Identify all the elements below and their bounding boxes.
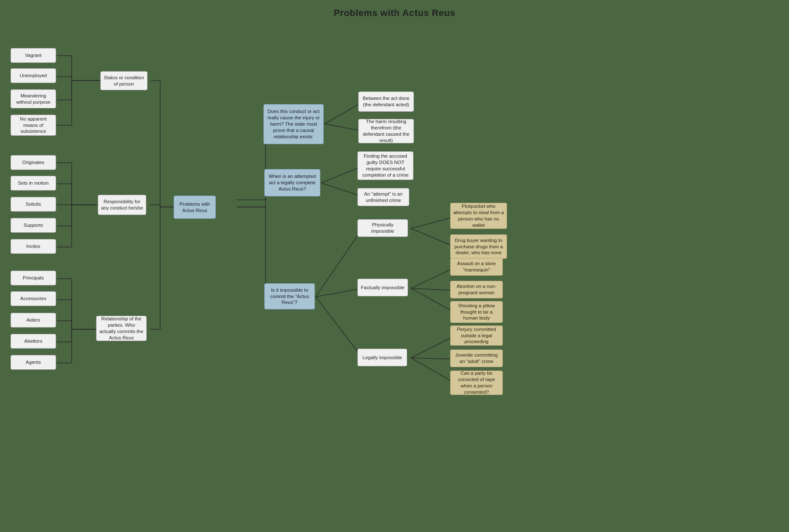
- causation-node: Does this conduct or act really cause th…: [263, 104, 324, 144]
- noapparent-node: No apparent means of subsistence: [11, 115, 56, 136]
- abettors-node: Abettors: [11, 334, 56, 349]
- center-node: Problems with Actus Reus: [174, 196, 216, 219]
- harm-node: The harm resulting therefrom (the defend…: [358, 119, 414, 143]
- vagrant-node: Vagrant: [11, 48, 56, 63]
- solicits-node: Solicits: [11, 197, 56, 212]
- meandering-node: Meandering without purpose: [11, 89, 56, 108]
- between-node: Between the act done (the defendant acte…: [358, 91, 414, 112]
- legally-impossible-node: Legally impossible: [357, 349, 407, 366]
- drugbuyer-node: Drug buyer wanting to purchase drugs fro…: [450, 234, 507, 259]
- agents-node: Agents: [11, 355, 56, 370]
- factually-impossible-node: Factually impossible: [357, 279, 408, 296]
- attempted-node: When is an attempted act a legally compl…: [264, 169, 320, 196]
- relationship-node: Relationship of the parties. Who actuall…: [96, 316, 147, 341]
- principals-node: Principals: [11, 271, 56, 285]
- findguilty-node: Finding the accused guilty DOES NOT requ…: [357, 151, 413, 180]
- supports-node: Supports: [11, 218, 56, 233]
- responsibility-node: Responsibility for any conduct he/she: [98, 195, 146, 215]
- shooting-pillow-node: Shooting a pillow thought to be a human …: [450, 301, 503, 323]
- impossible-node: Is it impossible to commit the "Actus Re…: [264, 283, 315, 309]
- juvenile-node: Juvenile committing an "adult" crime: [450, 349, 503, 367]
- page-title: Problems with Actus Reus: [0, 0, 789, 23]
- setsinmotion-node: Sets in motion: [11, 176, 56, 191]
- abortion-node: Abortion on a non-pregnant woman: [450, 281, 503, 298]
- status-node: Status or condition of person: [100, 71, 148, 90]
- physically-impossible-node: Physically impossible: [357, 219, 408, 237]
- unemployed-node: Unemployed: [11, 68, 56, 83]
- accessories-node: Accessories: [11, 291, 56, 306]
- pickpocket-node: Pickpocket who attempts to steal from a …: [450, 203, 507, 229]
- perjury-node: Perjury committed outside a legal procee…: [450, 325, 503, 346]
- attempt-node: An "attempt" is an unfinished crime: [357, 188, 409, 206]
- incites-node: Incites: [11, 239, 56, 254]
- rapeconsent-node: Can a party be convicted of rape when a …: [450, 371, 503, 395]
- originates-node: Originates: [11, 155, 56, 170]
- assault-mannequin-node: Assault on a store "mannequin": [450, 258, 503, 276]
- aiders-node: Aiders: [11, 313, 56, 328]
